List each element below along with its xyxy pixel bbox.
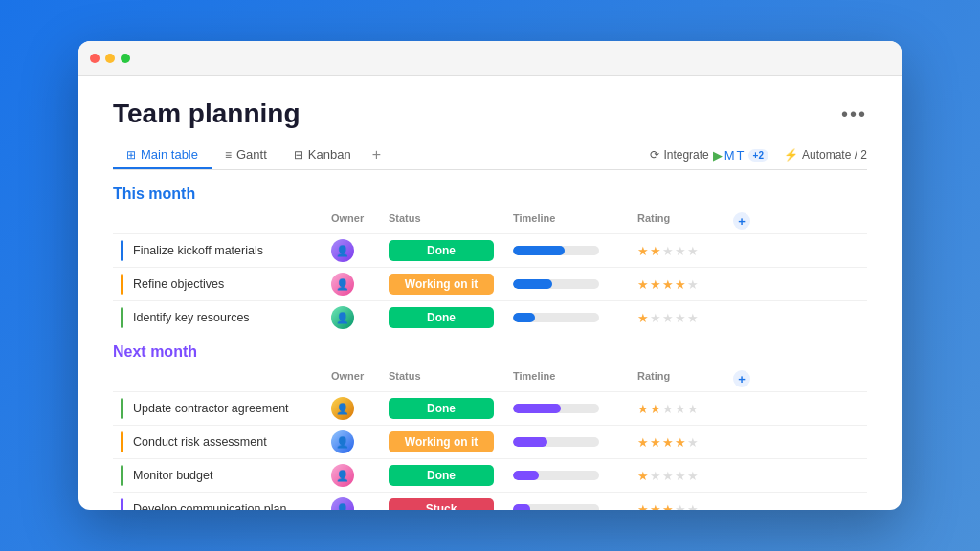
table-row: Finalize kickoff materials 👤 Done ★ ★ ★ … (113, 233, 867, 267)
row-border (121, 274, 123, 295)
status-cell: Stuck (389, 498, 513, 510)
timeline-fill (513, 279, 552, 289)
gantt-icon: ≡ (225, 148, 232, 162)
tab-main-table-label: Main table (141, 147, 198, 162)
owner-cell: 👤 (331, 239, 389, 262)
rating-cell: ★ ★ ★ ★ ★ (637, 402, 733, 416)
table-row: Develop communication plan 👤 Stuck ★ ★ ★… (113, 492, 867, 510)
col-add[interactable]: + (733, 212, 752, 230)
timeline-bar (513, 279, 609, 289)
owner-cell: 👤 (331, 306, 389, 329)
this-month-header: Owner Status Timeline Rating + (113, 210, 867, 233)
tab-actions: ⟳ Integrate ▶ M T +2 ⚡ Automate / 2 (650, 148, 867, 163)
timeline-fill (513, 404, 561, 413)
timeline-fill (513, 437, 547, 447)
col-add2[interactable]: + (733, 370, 752, 387)
status-cell: Done (389, 307, 513, 328)
row-border (121, 498, 123, 510)
row-name: Identify key resources (121, 307, 331, 328)
status-cell: Working on it (389, 274, 513, 295)
tab-bar: ⊞ Main table ≡ Gantt ⊟ Kanban + ⟳ Integr… (113, 141, 867, 170)
rating-cell: ★ ★ ★ ★ ★ (637, 469, 733, 483)
row-name: Monitor budget (121, 465, 331, 486)
avatar: 👤 (331, 397, 354, 420)
row-border (121, 431, 123, 452)
tab-kanban-label: Kanban (308, 147, 351, 162)
status-cell: Done (389, 465, 513, 486)
kanban-icon: ⊟ (294, 148, 303, 162)
timeline-cell (513, 404, 637, 413)
row-label: Develop communication plan (133, 502, 287, 510)
row-label: Monitor budget (133, 469, 212, 482)
add-tab-button[interactable]: + (365, 141, 389, 169)
owner-cell: 👤 (331, 397, 389, 420)
col-name-empty2 (121, 370, 331, 387)
row-label: Conduct risk assessment (133, 435, 267, 449)
timeline-fill (513, 313, 535, 322)
row-label: Update contractor agreement (133, 402, 289, 415)
timeline-bar (513, 437, 609, 447)
integrate-badge: +2 (748, 149, 768, 162)
timeline-track (513, 279, 599, 289)
automate-button[interactable]: ⚡ Automate / 2 (784, 148, 867, 162)
timeline-bar (513, 246, 609, 255)
tab-main-table[interactable]: ⊞ Main table (113, 142, 212, 169)
status-cell: Working on it (389, 431, 513, 452)
col-owner-label2: Owner (331, 370, 389, 387)
col-owner-label: Owner (331, 212, 389, 230)
status-badge: Working on it (389, 274, 494, 295)
rating-cell: ★ ★ ★ ★ ★ (637, 502, 733, 511)
automate-label: Automate / 2 (802, 148, 867, 162)
browser-window: Team planning ••• ⊞ Main table ≡ Gantt ⊟… (78, 41, 902, 510)
tab-gantt-label: Gantt (236, 147, 267, 162)
rating-cell: ★ ★ ★ ★ ★ (637, 311, 733, 325)
row-label: Identify key resources (133, 311, 250, 324)
row-label: Refine objectives (133, 277, 224, 291)
timeline-bar (513, 504, 609, 510)
table-row: Monitor budget 👤 Done ★ ★ ★ ★ ★ (113, 458, 867, 492)
main-content: Team planning ••• ⊞ Main table ≡ Gantt ⊟… (78, 76, 902, 510)
status-badge: Done (389, 240, 494, 261)
owner-cell: 👤 (331, 464, 389, 487)
page-title: Team planning (113, 99, 301, 129)
timeline-fill (513, 246, 565, 255)
page-header: Team planning ••• (113, 99, 867, 129)
rating-cell: ★ ★ ★ ★ ★ (637, 435, 733, 450)
status-badge: Working on it (389, 431, 494, 452)
timeline-fill (513, 471, 539, 480)
tab-gantt[interactable]: ≡ Gantt (212, 142, 280, 169)
timeline-bar (513, 313, 609, 322)
table-row: Update contractor agreement 👤 Done ★ ★ ★… (113, 391, 867, 425)
status-cell: Done (389, 240, 513, 261)
timeline-track (513, 404, 599, 413)
rating-cell: ★ ★ ★ ★ ★ (637, 277, 733, 292)
next-month-title: Next month (113, 343, 867, 361)
integrate-icons: ▶ M T (713, 148, 745, 163)
table-row: Identify key resources 👤 Done ★ ★ ★ ★ ★ (113, 300, 867, 334)
next-month-header: Owner Status Timeline Rating + (113, 368, 867, 391)
close-dot[interactable] (90, 54, 100, 63)
status-badge: Done (389, 307, 494, 328)
col-timeline-label2: Timeline (513, 370, 637, 387)
timeline-bar (513, 471, 609, 480)
table-row: Refine objectives 👤 Working on it ★ ★ ★ … (113, 267, 867, 300)
row-name: Develop communication plan (121, 498, 331, 510)
status-badge: Done (389, 398, 494, 419)
owner-cell: 👤 (331, 497, 389, 510)
row-label: Finalize kickoff materials (133, 244, 263, 257)
browser-bar (78, 41, 902, 76)
integrate-button[interactable]: ⟳ Integrate ▶ M T +2 (650, 148, 768, 163)
more-options-button[interactable]: ••• (841, 103, 867, 125)
timeline-cell (513, 437, 637, 447)
avatar: 👤 (331, 273, 354, 296)
col-status-label2: Status (389, 370, 513, 387)
automate-icon: ⚡ (784, 148, 798, 162)
col-timeline-label: Timeline (513, 212, 637, 230)
row-border (121, 307, 123, 328)
tab-kanban[interactable]: ⊟ Kanban (280, 142, 365, 169)
timeline-track (513, 504, 599, 510)
maximize-dot[interactable] (121, 54, 130, 63)
timeline-cell (513, 279, 637, 289)
row-name: Conduct risk assessment (121, 431, 331, 452)
minimize-dot[interactable] (105, 54, 115, 63)
